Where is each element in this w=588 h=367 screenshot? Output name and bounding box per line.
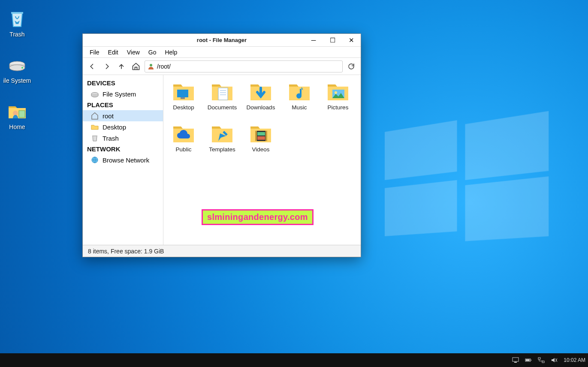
- path-text: /root/: [157, 63, 171, 70]
- svg-rect-25: [526, 359, 530, 361]
- sidebar-item-label: Desktop: [103, 123, 126, 131]
- folder-desktop[interactable]: Desktop: [166, 79, 201, 120]
- folder-icon: [211, 123, 234, 144]
- folder-icon: [249, 123, 272, 144]
- menu-view[interactable]: View: [124, 48, 143, 57]
- svg-point-5: [150, 64, 152, 66]
- forward-button[interactable]: [101, 60, 113, 72]
- path-bar[interactable]: /root/: [145, 60, 343, 72]
- menu-go[interactable]: Go: [145, 48, 160, 57]
- folder-label: Downloads: [243, 104, 278, 111]
- minimize-button[interactable]: ─: [304, 34, 323, 46]
- maximize-button[interactable]: ☐: [323, 34, 342, 46]
- menu-help[interactable]: Help: [161, 48, 181, 57]
- back-button[interactable]: [86, 60, 98, 72]
- folder-label: Videos: [243, 146, 278, 153]
- folder-icon: [249, 81, 272, 102]
- svg-rect-27: [542, 361, 544, 363]
- desktop-icon-filesystem[interactable]: ile System: [0, 55, 34, 84]
- folder-icon: [172, 123, 195, 144]
- sidebar-item-trash[interactable]: Trash: [83, 132, 163, 144]
- folder-label: Documents: [205, 104, 240, 111]
- user-home-icon: [148, 63, 154, 70]
- taskbar[interactable]: 10:02 AM: [0, 353, 588, 367]
- folder-templates[interactable]: Templates: [205, 121, 240, 162]
- svg-rect-8: [177, 90, 188, 97]
- svg-point-15: [335, 91, 337, 94]
- svg-rect-26: [538, 358, 540, 359]
- folder-documents[interactable]: Documents: [205, 79, 240, 120]
- folder-label: Public: [166, 146, 201, 153]
- folder-label: Music: [282, 104, 317, 111]
- tray-monitor-icon[interactable]: [512, 357, 519, 364]
- menu-file[interactable]: File: [86, 48, 103, 57]
- folder-videos[interactable]: Videos: [243, 121, 278, 162]
- menu-edit[interactable]: Edit: [105, 48, 122, 57]
- sidebar-item-label: root: [103, 112, 114, 120]
- svg-rect-4: [19, 111, 25, 117]
- up-button[interactable]: [115, 60, 127, 72]
- sidebar-section-network: NETWORK: [83, 144, 163, 154]
- folder-icon: [172, 81, 195, 102]
- sidebar-item-label: Browse Network: [103, 156, 149, 164]
- status-text: 8 items, Free space: 1.9 GiB: [88, 248, 164, 255]
- desktop-icon-label: Trash: [0, 31, 34, 38]
- network-icon: [90, 156, 99, 164]
- recycle-bin-icon: [7, 9, 27, 29]
- desktop-icon-label: ile System: [0, 77, 34, 84]
- sidebar-item-root[interactable]: root: [83, 110, 163, 121]
- watermark-overlay: slminingandenergy.com: [202, 209, 314, 225]
- folder-label: Pictures: [320, 104, 356, 111]
- sidebar-item-label: File System: [103, 90, 136, 98]
- desktop-icon-label: Home: [0, 123, 34, 130]
- svg-rect-18: [265, 131, 267, 141]
- sidebar-item-browse-network[interactable]: Browse Network: [83, 154, 163, 165]
- drive-icon: [90, 90, 99, 98]
- folder-icon: [326, 81, 350, 102]
- folder-label: Desktop: [166, 104, 201, 111]
- folder-icon: [211, 81, 234, 102]
- tray-volume-icon[interactable]: [551, 357, 558, 364]
- folder-icon: [288, 81, 311, 102]
- menubar: File Edit View Go Help: [83, 47, 361, 58]
- reload-button[interactable]: [345, 60, 357, 72]
- desktop-icon-trash[interactable]: Trash: [0, 9, 34, 38]
- svg-rect-22: [514, 362, 517, 363]
- close-button[interactable]: ✕: [342, 34, 361, 46]
- wallpaper-windows-logo: [385, 120, 549, 240]
- titlebar[interactable]: root - File Manager ─ ☐ ✕: [83, 34, 361, 47]
- svg-rect-17: [255, 131, 257, 141]
- svg-rect-20: [257, 136, 265, 140]
- drive-icon: [7, 55, 27, 75]
- sidebar: DEVICES File System PLACES root Desktop …: [83, 75, 163, 245]
- svg-rect-21: [513, 358, 519, 361]
- folder-pictures[interactable]: Pictures: [320, 79, 356, 120]
- sidebar-item-filesystem[interactable]: File System: [83, 88, 163, 99]
- sidebar-item-desktop[interactable]: Desktop: [83, 121, 163, 132]
- folder-music[interactable]: Music: [282, 79, 317, 120]
- home-folder-icon: [7, 101, 27, 122]
- tray-network-icon[interactable]: [538, 357, 545, 364]
- svg-rect-24: [531, 360, 531, 361]
- svg-rect-10: [218, 88, 228, 100]
- window-title: root - File Manager: [197, 37, 247, 43]
- folder-downloads[interactable]: Downloads: [243, 79, 278, 120]
- status-bar: 8 items, Free space: 1.9 GiB: [83, 245, 361, 257]
- folder-label: Templates: [205, 146, 240, 153]
- sidebar-section-devices: DEVICES: [83, 78, 163, 88]
- toolbar: /root/: [83, 58, 361, 75]
- folder-icon: [90, 123, 99, 131]
- desktop-icon-home[interactable]: Home: [0, 101, 34, 130]
- svg-point-2: [21, 67, 23, 69]
- tray-clock[interactable]: 10:02 AM: [564, 357, 585, 363]
- trash-icon: [90, 134, 99, 142]
- home-icon: [90, 111, 99, 120]
- svg-rect-19: [257, 132, 265, 135]
- folder-public[interactable]: Public: [166, 121, 201, 162]
- sidebar-section-places: PLACES: [83, 99, 163, 110]
- tray-battery-icon[interactable]: [525, 357, 532, 364]
- sidebar-item-label: Trash: [103, 135, 119, 142]
- home-button[interactable]: [130, 60, 142, 72]
- svg-rect-9: [181, 97, 185, 99]
